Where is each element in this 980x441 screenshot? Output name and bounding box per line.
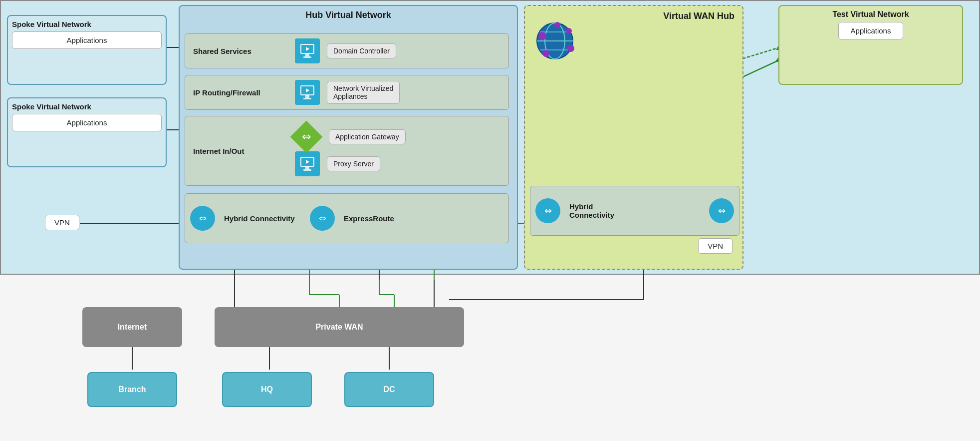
svg-rect-36 <box>303 98 311 99</box>
test-vnet: Test Virtual Network Applications <box>778 5 963 85</box>
wan-hybrid-icon-2: ⇔ <box>709 198 734 223</box>
wan-hub: Virtual WAN Hub ⇔ HybridConnectivity ⇔ V… <box>524 5 743 270</box>
spoke-vnet-1: Spoke Virtual Network Applications <box>7 15 167 85</box>
spoke-vnet-2-app: Applications <box>12 114 162 131</box>
proxy-server-label: Proxy Server <box>333 160 374 168</box>
domain-controller-box: Domain Controller <box>327 43 396 58</box>
vpn-box-wan: VPN <box>698 238 733 254</box>
hq-label: HQ <box>261 385 273 394</box>
svg-point-55 <box>566 28 572 34</box>
svg-rect-31 <box>303 56 311 58</box>
wan-hybrid-icon-1: ⇔ <box>535 198 560 223</box>
hq-box: HQ <box>222 372 312 407</box>
expressroute-label: ExpressRoute <box>340 214 398 223</box>
hybrid-lock-icon-1: ⇔ <box>190 206 215 231</box>
ip-routing-icon <box>295 80 320 105</box>
svg-point-53 <box>538 32 546 40</box>
dc-box: DC <box>344 372 434 407</box>
hub-section-hybrid: ⇔ Hybrid Connectivity ⇔ ExpressRoute <box>185 193 509 243</box>
internet-label: Internet In/Out <box>185 147 295 155</box>
app-gateway-icon: ⇔ <box>290 120 322 153</box>
internet-box: Internet <box>82 307 182 347</box>
hub-section-ip-routing: IP Routing/Firewall Network Virtualized … <box>185 75 509 110</box>
svg-rect-35 <box>305 95 309 98</box>
svg-point-54 <box>542 50 549 57</box>
svg-text:⇔: ⇔ <box>544 206 552 216</box>
test-vnet-title: Test Virtual Network <box>779 6 962 22</box>
proxy-server-box: Proxy Server <box>327 156 380 171</box>
branch-box: Branch <box>87 372 177 407</box>
bottom-area <box>0 275 980 441</box>
branch-label: Branch <box>118 385 146 394</box>
spoke-vnet-1-app: Applications <box>12 31 162 49</box>
vpn-label-left: VPN <box>54 218 70 227</box>
hybrid-connectivity-label: Hybrid Connectivity <box>220 214 305 223</box>
internet-label: Internet <box>118 323 147 332</box>
svg-text:⇔: ⇔ <box>718 206 726 216</box>
wan-hub-title: Virtual WAN Hub <box>525 6 742 21</box>
domain-controller-label: Domain Controller <box>333 47 390 55</box>
svg-point-57 <box>554 22 560 28</box>
shared-services-label: Shared Services <box>185 47 295 55</box>
spoke-vnet-2-title: Spoke Virtual Network <box>12 102 162 111</box>
app-gateway-label: Application Gateway <box>335 133 399 141</box>
app-gateway-box: Application Gateway <box>329 129 406 144</box>
hub-section-internet: Internet In/Out ⇔ Application Gateway Pr… <box>185 116 509 186</box>
network-appliances-label: Network Virtualized Appliances <box>333 84 393 100</box>
wan-hub-hybrid: ⇔ HybridConnectivity ⇔ <box>530 186 739 236</box>
shared-services-icon <box>295 38 320 63</box>
test-vnet-app: Applications <box>838 22 904 39</box>
svg-rect-41 <box>303 169 311 171</box>
svg-text:⇔: ⇔ <box>199 213 207 223</box>
hub-vnet-title: Hub Virtual Network <box>180 6 517 22</box>
svg-point-56 <box>567 45 574 52</box>
hub-section-shared-services: Shared Services Domain Controller <box>185 33 509 68</box>
dc-label: DC <box>383 385 395 394</box>
private-wan-box: Private WAN <box>215 307 464 347</box>
spoke-vnet-2: Spoke Virtual Network Applications <box>7 97 167 167</box>
wan-hybrid-label: HybridConnectivity <box>565 202 704 219</box>
private-wan-label: Private WAN <box>315 323 363 332</box>
vpn-box-left: VPN <box>45 215 79 230</box>
spoke-vnet-1-title: Spoke Virtual Network <box>12 20 162 28</box>
globe-icon <box>535 21 575 61</box>
hybrid-lock-icon-2: ⇔ <box>310 206 335 231</box>
svg-rect-30 <box>305 54 309 56</box>
ip-routing-label: IP Routing/Firewall <box>185 88 295 97</box>
svg-rect-40 <box>305 167 309 169</box>
vpn-label-wan: VPN <box>708 242 723 250</box>
hub-vnet: Hub Virtual Network Shared Services Doma… <box>179 5 518 270</box>
svg-text:⇔: ⇔ <box>319 213 326 223</box>
proxy-icon <box>295 151 320 176</box>
network-appliances-box: Network Virtualized Appliances <box>327 81 400 104</box>
